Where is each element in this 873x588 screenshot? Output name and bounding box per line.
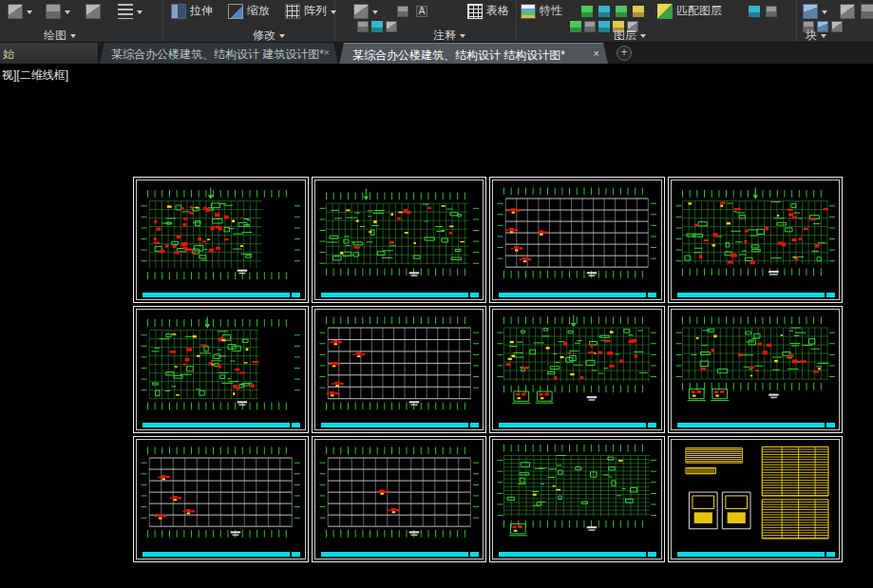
match-layer-button[interactable]: 匹配图层 [657,3,722,19]
sheet-drawing [138,311,304,418]
chevron-down-icon [372,10,378,17]
layer-off-icon [766,6,777,17]
multiline-tool-button[interactable] [118,3,142,19]
tab-architectural-drawing[interactable]: 某综合办公楼建筑、结构设计 建筑设计图* × [100,43,338,64]
chevron-down-icon [331,10,336,17]
drawing-sheet[interactable] [668,436,844,562]
insert-block-icon [803,4,818,19]
drawing-sheet[interactable] [312,436,487,562]
layer-freeze-button[interactable] [616,3,627,19]
panel-block[interactable]: 块 [806,28,826,42]
drawing-sheet[interactable] [668,177,844,303]
layer-walk-button[interactable] [749,3,760,19]
drawing-sheet[interactable] [668,306,844,432]
tab-structural-drawing-active[interactable]: 某综合办公楼建筑、结构设计 结构设计图* × [339,43,608,64]
sheet-title-block [142,293,290,297]
tab-start-label: 始 [3,47,14,61]
array-icon [285,4,300,19]
annotation-secondary-tools[interactable] [357,20,397,32]
close-icon[interactable]: × [594,47,599,59]
panel-separator [162,0,163,42]
stretch-button[interactable]: 拉伸 [171,3,213,19]
drawing-sheet[interactable] [133,177,309,303]
leader-button[interactable] [397,3,408,19]
draw-tool-button[interactable] [46,3,70,19]
sheet-title-block-cap [826,552,835,557]
drawing-sheet[interactable] [489,436,665,562]
chevron-down-icon [137,10,142,17]
model-space-canvas[interactable]: 视][二维线框] [0,64,873,588]
panel-separator [796,0,797,42]
chevron-down-icon [460,34,465,41]
scale-label: 缩放 [247,3,270,19]
panel-modify-label: 修改 [253,28,275,44]
text-style-button[interactable] [416,3,427,19]
layer-state-button[interactable] [581,3,593,19]
sheet-title-block [499,552,646,557]
file-tab-bar: 始 某综合办公楼建筑、结构设计 建筑设计图* × 某综合办公楼建筑、结构设计 结… [0,43,873,64]
draw-tool-button[interactable] [8,3,32,19]
layer-isolate-button[interactable] [598,3,610,19]
layer-state-icon [570,21,581,32]
panel-draw[interactable]: 绘图 [44,28,76,42]
dimension-tool-button[interactable] [353,3,378,19]
table-button[interactable]: 表格 [467,3,509,19]
autocad-window: 拉伸 缩放 阵列 表格 [0,0,873,588]
sheet-grid [133,177,843,562]
sheet-title-block [499,423,646,427]
annotation-scale-icon [357,21,369,32]
table-label: 表格 [486,3,509,19]
tab-label: 某综合办公楼建筑、结构设计 建筑设计图* [111,47,324,61]
tab-start[interactable]: 始 [0,43,99,64]
layer-freeze-icon [616,6,627,17]
sheet-title-block [677,423,825,427]
block-attribute-icon [831,21,843,32]
close-icon[interactable]: × [324,47,330,58]
draw-tool-icon [8,4,23,19]
layer-state-icon [584,21,596,32]
sheet-title-block-cap [826,423,835,427]
annotation-monitor-icon [371,21,383,32]
panel-annotate[interactable]: 注释 [433,28,465,42]
chevron-down-icon [65,10,70,17]
leader-icon [397,6,408,17]
sheet-title-block [677,552,825,557]
array-button[interactable]: 阵列 [285,3,336,19]
panel-layers-label: 图层 [614,28,636,44]
drawing-sheet[interactable] [133,306,309,432]
drawing-sheet[interactable] [312,306,487,432]
panel-annotate-label: 注释 [433,28,456,44]
chevron-down-icon [70,34,76,41]
panel-separator [516,0,517,42]
layer-properties-button[interactable]: 特性 [521,3,562,19]
sheet-title-block-cap [648,423,656,427]
chevron-down-icon [279,34,285,41]
drawing-sheet[interactable] [133,436,309,562]
sheet-drawing [316,441,483,548]
chevron-down-icon [640,34,646,41]
array-label: 阵列 [304,3,327,19]
sheet-title-block [677,293,825,297]
sheet-title-block-cap [648,293,656,297]
draw-tool-icon [85,4,101,19]
sheet-drawing [494,181,660,289]
viewport-controls[interactable]: 视][二维线框] [2,67,68,84]
drawing-sheet[interactable] [489,306,665,432]
chevron-down-icon [822,10,827,17]
layer-lock-button[interactable] [633,3,644,19]
new-tab-button[interactable]: + [617,46,632,61]
sheet-title-block [142,552,290,557]
layer-off-button[interactable] [766,3,777,19]
insert-block-button[interactable] [803,3,827,19]
sheet-title-block-cap [648,552,656,557]
block-tool-button[interactable] [840,3,855,19]
drawing-sheet[interactable] [489,177,665,303]
block-tool-button[interactable] [861,3,873,19]
draw-tool-button[interactable] [85,3,101,19]
panel-modify[interactable]: 修改 [253,28,285,42]
layer-isolate-icon [598,6,610,17]
ribbon: 拉伸 缩放 阵列 表格 [0,0,873,43]
panel-layers[interactable]: 图层 [614,28,646,42]
drawing-sheet[interactable] [312,177,487,303]
scale-button[interactable]: 缩放 [228,3,270,19]
